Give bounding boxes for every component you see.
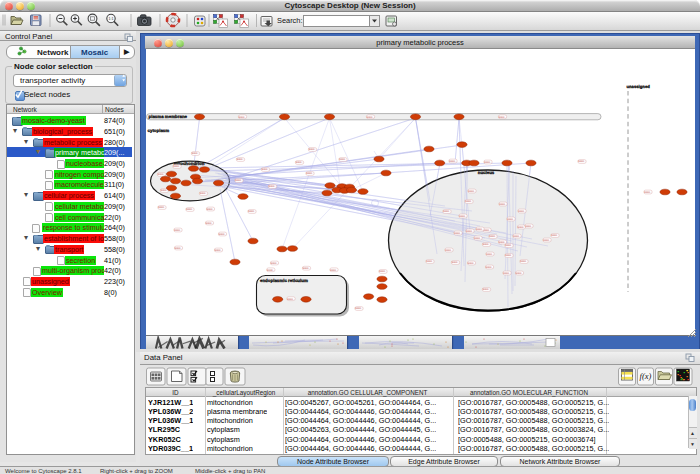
- svg-text:S000...: S000...: [518, 210, 526, 213]
- svg-text:S000...: S000...: [367, 116, 375, 119]
- svg-text:S000...: S000...: [262, 168, 270, 171]
- svg-text:S000...: S000...: [330, 269, 338, 272]
- svg-text:S000...: S000...: [248, 210, 256, 213]
- svg-text:S000...: S000...: [449, 160, 457, 163]
- svg-text:Search:: Search:: [277, 16, 302, 25]
- svg-text:1:1: 1:1: [109, 17, 114, 21]
- svg-text:S000...: S000...: [355, 307, 363, 310]
- svg-text:S000...: S000...: [175, 247, 183, 250]
- svg-text:S000...: S000...: [551, 234, 559, 237]
- svg-text:S000...: S000...: [513, 235, 521, 238]
- svg-text:S000...: S000...: [215, 249, 223, 252]
- svg-text:S000...: S000...: [200, 192, 208, 195]
- svg-text:S000...: S000...: [306, 172, 314, 175]
- svg-text:S000...: S000...: [452, 261, 460, 264]
- svg-text:S000...: S000...: [484, 161, 492, 164]
- svg-text:S000...: S000...: [459, 215, 467, 218]
- svg-text:S000...: S000...: [454, 232, 462, 235]
- svg-text:S000...: S000...: [443, 210, 451, 213]
- svg-text:S000...: S000...: [543, 239, 551, 242]
- svg-text:S000...: S000...: [520, 260, 528, 263]
- svg-text:nucleus: nucleus: [478, 170, 495, 175]
- svg-text:S000...: S000...: [339, 158, 347, 161]
- svg-text:S000...: S000...: [271, 262, 279, 265]
- svg-text:S000...: S000...: [379, 270, 387, 273]
- svg-text:S000...: S000...: [296, 161, 304, 164]
- svg-text:S000...: S000...: [269, 185, 277, 188]
- svg-text:S000...: S000...: [499, 241, 507, 244]
- svg-text:S000...: S000...: [486, 266, 494, 269]
- svg-text:S000...: S000...: [267, 269, 275, 272]
- svg-text:S000...: S000...: [186, 208, 194, 211]
- svg-text:plasma membrane: plasma membrane: [149, 114, 188, 119]
- svg-text:S000...: S000...: [489, 235, 497, 238]
- svg-text:S000...: S000...: [192, 152, 200, 155]
- svg-text:S000...: S000...: [303, 267, 311, 270]
- svg-text:S000...: S000...: [507, 218, 515, 221]
- svg-text:S000...: S000...: [239, 116, 247, 119]
- svg-text:S000...: S000...: [525, 225, 533, 228]
- svg-text:S000...: S000...: [466, 230, 474, 233]
- svg-text:S000...: S000...: [465, 200, 473, 203]
- svg-text:S000...: S000...: [287, 298, 295, 301]
- svg-text:S000...: S000...: [235, 179, 243, 182]
- svg-text:S000...: S000...: [499, 203, 507, 206]
- svg-text:S000...: S000...: [206, 222, 214, 225]
- svg-text:S000...: S000...: [309, 148, 317, 151]
- svg-text:S000...: S000...: [426, 260, 434, 263]
- svg-text:S000...: S000...: [483, 288, 491, 291]
- svg-text:S000...: S000...: [207, 208, 215, 211]
- svg-text:S000...: S000...: [503, 272, 511, 275]
- svg-text:S000...: S000...: [486, 253, 494, 256]
- svg-text:S000...: S000...: [483, 243, 491, 246]
- svg-text:S000...: S000...: [476, 228, 484, 231]
- svg-text:S000...: S000...: [445, 249, 453, 252]
- svg-text:S000...: S000...: [578, 160, 586, 163]
- svg-text:S000...: S000...: [173, 165, 181, 168]
- svg-text:endoplasmic reticulum: endoplasmic reticulum: [260, 278, 308, 283]
- svg-text:S000...: S000...: [158, 206, 166, 209]
- svg-text:S000...: S000...: [468, 190, 476, 193]
- svg-text:S000...: S000...: [174, 229, 182, 232]
- svg-text:cytoplasm: cytoplasm: [148, 128, 170, 133]
- svg-text:S000...: S000...: [237, 158, 245, 161]
- svg-text:S000...: S000...: [505, 254, 513, 257]
- svg-text:S000...: S000...: [219, 233, 227, 236]
- svg-text:S000...: S000...: [468, 262, 476, 265]
- svg-text:f(x): f(x): [640, 371, 652, 381]
- svg-text:S000...: S000...: [499, 116, 507, 119]
- svg-text:S000...: S000...: [505, 244, 513, 247]
- svg-text:S000...: S000...: [644, 191, 652, 194]
- svg-text:S000...: S000...: [158, 173, 166, 176]
- svg-text:S000...: S000...: [474, 237, 482, 240]
- svg-text:unassigned: unassigned: [627, 84, 651, 89]
- svg-text:S000...: S000...: [516, 272, 524, 275]
